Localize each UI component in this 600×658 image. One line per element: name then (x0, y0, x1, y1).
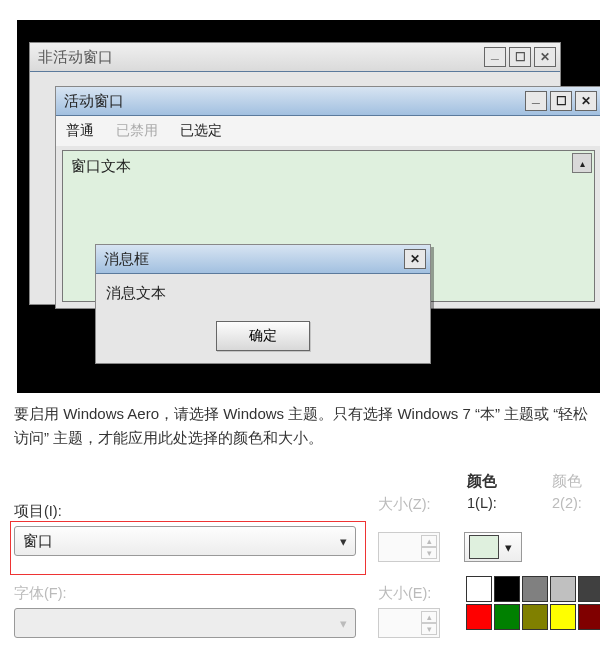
item-combo-value: 窗口 (23, 532, 53, 551)
palette-swatch[interactable] (494, 576, 520, 602)
palette-swatch[interactable] (578, 576, 600, 602)
size-e-spinner: ▴ ▾ (378, 608, 440, 638)
document-text: 窗口文本 (63, 151, 594, 182)
palette-swatch[interactable] (522, 576, 548, 602)
color1-label: 1(L): (467, 495, 497, 511)
item-combo[interactable]: 窗口 (14, 526, 356, 556)
color1-swatch (469, 535, 499, 559)
palette-swatch[interactable] (522, 604, 548, 630)
font-combo (14, 608, 356, 638)
color-header: 颜色 (467, 472, 497, 491)
close-icon[interactable] (575, 91, 597, 111)
item-label: 项目(I): (14, 502, 62, 521)
menubar: 普通 已禁用 已选定 (56, 116, 600, 146)
messagebox-title: 消息框 (104, 250, 149, 269)
maximize-icon[interactable] (550, 91, 572, 111)
color-palette[interactable] (466, 576, 600, 630)
spinner-up-icon: ▴ (421, 535, 437, 547)
size-z-label: 大小(Z): (378, 495, 431, 514)
palette-swatch[interactable] (466, 604, 492, 630)
palette-swatch[interactable] (550, 604, 576, 630)
description-text: 要启用 Windows Aero，请选择 Windows 主题。只有选择 Win… (14, 402, 589, 450)
active-window-title: 活动窗口 (64, 92, 124, 111)
color2-label: 2(2): (552, 495, 582, 511)
close-icon[interactable] (404, 249, 426, 269)
spinner-down-icon: ▾ (421, 547, 437, 559)
messagebox-body: 消息文本 (96, 274, 430, 313)
menu-normal[interactable]: 普通 (66, 122, 94, 140)
minimize-icon[interactable] (484, 47, 506, 67)
menu-disabled: 已禁用 (116, 122, 158, 140)
color1-combo[interactable] (464, 532, 522, 562)
spinner-up-icon: ▴ (421, 611, 437, 623)
inactive-window-title: 非活动窗口 (38, 48, 113, 67)
preview-panel: 非活动窗口 活动窗口 普通 已禁用 已选 (17, 20, 600, 393)
palette-swatch[interactable] (578, 604, 600, 630)
size-z-spinner: ▴ ▾ (378, 532, 440, 562)
palette-swatch[interactable] (494, 604, 520, 630)
maximize-icon[interactable] (509, 47, 531, 67)
palette-swatch[interactable] (466, 576, 492, 602)
spinner-down-icon: ▾ (421, 623, 437, 635)
minimize-icon[interactable] (525, 91, 547, 111)
font-label: 字体(F): (14, 584, 67, 603)
menu-selected[interactable]: 已选定 (180, 122, 222, 140)
size-e-label: 大小(E): (378, 584, 431, 603)
palette-swatch[interactable] (550, 576, 576, 602)
scroll-up-icon[interactable] (572, 153, 592, 173)
ok-button[interactable]: 确定 (216, 321, 310, 351)
close-icon[interactable] (534, 47, 556, 67)
messagebox: 消息框 消息文本 确定 (95, 244, 431, 364)
color2-header: 颜色 (552, 472, 582, 491)
